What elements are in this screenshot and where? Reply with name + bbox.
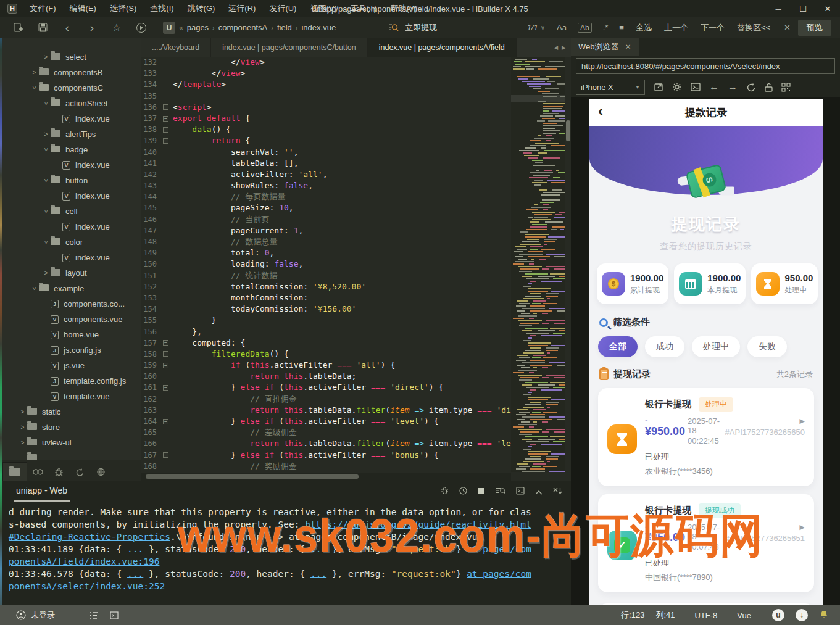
chevron-right-icon[interactable]: > (41, 54, 51, 60)
chevron-down-icon[interactable]: ∨ (541, 24, 545, 31)
tree-folder-select[interactable]: >select (2, 49, 141, 65)
fold-gutter[interactable]: − (163, 382, 173, 393)
open-external-icon[interactable] (654, 83, 663, 92)
console-link[interactable]: ponentsA/select/index.vue:252 (9, 581, 165, 591)
console-terminal-icon[interactable] (516, 486, 525, 497)
tree-folder-static[interactable]: >static (2, 404, 141, 420)
console-window-icon[interactable] (691, 83, 701, 91)
cursor-col[interactable]: 列:41 (655, 610, 675, 621)
close-button[interactable]: ✕ (815, 0, 840, 17)
forward-icon[interactable]: › (85, 21, 99, 35)
chevron-down-icon[interactable]: > (43, 145, 49, 154)
editor-tab-0[interactable]: ....A/keyboard (141, 38, 211, 57)
fold-marker-icon[interactable]: − (163, 104, 168, 110)
fold-marker-icon[interactable]: − (163, 363, 168, 368)
tree-folder-uview-ui[interactable]: >uview-ui (2, 435, 141, 450)
breadcrumb-item-index.vue[interactable]: index.vue (301, 23, 336, 32)
search-files-icon[interactable] (27, 463, 48, 481)
menu-item-2[interactable]: 选择(S) (104, 1, 143, 17)
nav-back-icon[interactable]: ← (709, 81, 719, 93)
menu-item-3[interactable]: 查找(I) (144, 1, 180, 17)
menu-item-6[interactable]: 发行(U) (263, 1, 302, 17)
tree-folder-actionSheet[interactable]: >actionSheet (2, 96, 141, 111)
menu-item-5[interactable]: 运行(R) (222, 1, 262, 17)
new-file-icon[interactable] (11, 21, 25, 35)
tree-file-home.vue[interactable]: Vhome.vue (2, 327, 141, 342)
fold-marker-icon[interactable]: − (163, 116, 168, 122)
tree-folder-badge[interactable]: >badge (2, 142, 141, 157)
tree-file-js.vue[interactable]: Vjs.vue (2, 358, 141, 373)
fold-gutter[interactable]: − (163, 450, 173, 461)
fold-marker-icon[interactable]: − (163, 340, 168, 346)
refresh-project-icon[interactable] (69, 463, 90, 481)
tree-folder-store[interactable]: >store (2, 420, 141, 435)
code-area[interactable]: 132 </view>133 </view>134</template>1351… (141, 57, 511, 472)
fold-gutter[interactable]: − (163, 349, 173, 360)
breadcrumb-item-field[interactable]: field (277, 23, 292, 32)
chevron-right-icon[interactable]: > (41, 131, 51, 138)
console-link[interactable]: ... (127, 544, 143, 554)
fold-marker-icon[interactable]: − (163, 452, 168, 458)
console-clear-icon[interactable] (553, 486, 562, 497)
minimap[interactable] (511, 57, 565, 472)
find-button-0[interactable]: 全选 (636, 22, 652, 33)
whole-word-icon[interactable]: Ab (578, 23, 592, 33)
fold-marker-icon[interactable]: − (163, 351, 168, 357)
tree-folder-componentsC[interactable]: >componentsC (2, 80, 141, 96)
chevron-right-icon[interactable]: > (18, 424, 27, 431)
preview-close-icon[interactable]: ✕ (625, 43, 631, 51)
console-filter-log-icon[interactable] (496, 486, 505, 497)
console-link[interactable]: #Declaring-Reactive-Properties (9, 532, 170, 542)
tree-folder-color[interactable]: >color (2, 234, 141, 250)
cursor-line[interactable]: 行:123 (621, 610, 644, 621)
tree-file-template.vue[interactable]: Vtemplate.vue (2, 389, 141, 404)
terminal-panel-icon[interactable] (110, 611, 119, 619)
nav-forward-icon[interactable]: → (728, 81, 738, 93)
encoding[interactable]: UTF-8 (695, 611, 718, 620)
console-link[interactable]: ... (310, 569, 326, 579)
tree-file-components.vue[interactable]: Vcomponents.vue (2, 312, 141, 327)
settings-gear-icon[interactable] (672, 82, 682, 92)
back-icon[interactable]: ‹ (60, 21, 74, 35)
notification-bell-icon[interactable] (819, 610, 829, 621)
find-close-icon[interactable]: ✕ (784, 23, 791, 32)
project-explorer-tab[interactable] (2, 462, 27, 481)
find-button-2[interactable]: 下一个 (701, 22, 725, 33)
tree-folder-layout[interactable]: >layout (2, 265, 141, 281)
debug-icon[interactable] (48, 463, 69, 481)
outline-list-icon[interactable] (89, 611, 99, 619)
chevron-right-icon[interactable]: > (18, 439, 27, 446)
tree-folder-example[interactable]: >example (2, 281, 141, 296)
menu-item-4[interactable]: 跳转(G) (181, 1, 222, 17)
fold-marker-icon[interactable]: − (163, 138, 168, 144)
fold-gutter[interactable]: − (163, 416, 173, 427)
tree-file-index.vue[interactable]: Vindex.vue (2, 219, 141, 234)
filter-chip-3[interactable]: 失败 (747, 336, 787, 357)
update-download-icon[interactable]: ↓ (796, 609, 808, 621)
tree-folder-componentsB[interactable]: >componentsB (2, 65, 141, 80)
chevron-down-icon[interactable]: > (31, 284, 38, 293)
tree-folder-alertTips[interactable]: >alertTips (2, 126, 141, 142)
find-button-3[interactable]: 替换区<< (737, 22, 770, 33)
chevron-right-icon[interactable]: > (41, 270, 51, 276)
console-link[interactable]: ponentsA/field/index.vue:196 (9, 557, 159, 566)
breadcrumb-item-componentsA[interactable]: componentsA (218, 23, 268, 32)
minimize-button[interactable]: ─ (766, 0, 791, 17)
tree-file-index.vue[interactable]: Vindex.vue (2, 250, 141, 265)
chevron-down-icon[interactable]: > (43, 99, 49, 108)
menu-item-0[interactable]: 文件(F) (23, 1, 62, 17)
console-stop-icon[interactable] (478, 486, 485, 497)
menu-item-1[interactable]: 编辑(E) (64, 1, 102, 17)
find-query[interactable]: 立即提现 (405, 22, 437, 33)
editor-tab-2[interactable]: index.vue | pages/componentsA/field (368, 38, 517, 57)
chevron-right-icon[interactable]: > (18, 408, 27, 415)
uni-badge-icon[interactable]: u (772, 609, 784, 621)
console-link[interactable]: at pages/com (467, 569, 531, 579)
device-select[interactable]: iPhone X ▼ (576, 80, 645, 95)
filter-chip-1[interactable]: 成功 (645, 336, 684, 357)
tree-folder-cell[interactable]: >cell (2, 204, 141, 219)
filter-chip-2[interactable]: 处理中 (692, 336, 740, 357)
app-back-icon[interactable]: ‹ (598, 102, 603, 120)
record-card-0[interactable]: 银行卡提现处理中-¥950.002025-07-1800:22:45▶#API1… (598, 388, 814, 486)
tab-scroll-right-icon[interactable]: ▶ (562, 44, 566, 51)
